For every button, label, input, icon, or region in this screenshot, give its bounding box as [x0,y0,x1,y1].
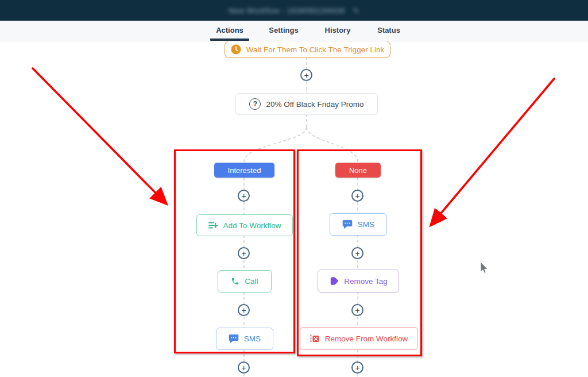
add-action-button[interactable]: + [238,361,250,374]
tab-settings[interactable]: Settings [269,26,298,34]
sms-icon [342,220,353,229]
add-action-button[interactable]: + [351,190,363,202]
node-label: Wait For Them To Click The Trigger Link [246,45,384,54]
sms-icon [229,334,239,344]
node-label: Remove From Workflow [325,334,408,343]
node-add-to-workflow[interactable]: Add To Workflow [196,214,293,236]
plus-icon: + [304,71,308,79]
add-action-button[interactable]: + [238,247,250,259]
app-header: New Workflow - 1638083194438 ✎ [0,0,588,21]
question-icon: ? [249,98,261,110]
node-label: Add To Workflow [223,221,281,230]
workflow-title-text: New Workflow - 1638083194438 [229,6,345,15]
plus-icon: + [355,306,359,314]
red-arrow-right [432,79,554,224]
tab-bar: Actions Settings History Status [0,21,588,41]
plus-icon: + [241,192,246,200]
tab-history[interactable]: History [325,26,351,34]
workflow-builder-screen: New Workflow - 1638083194438 ✎ Actions S… [0,0,588,377]
node-label: SMS [244,334,261,343]
node-black-friday-promo[interactable]: ? 20% Off Black Friday Promo [235,93,378,115]
node-remove-tag[interactable]: x Remove Tag [318,270,399,293]
plus-icon: + [241,249,246,257]
tab-actions[interactable]: Actions [216,26,243,34]
add-action-button[interactable]: + [238,190,250,202]
phone-icon [231,277,239,286]
node-label: 20% Off Black Friday Promo [266,100,363,109]
node-wait-trigger-link[interactable]: Wait For Them To Click The Trigger Link [225,41,390,58]
mouse-cursor [481,262,488,273]
remove-tag-icon: x [329,276,339,286]
node-label: Call [245,277,258,286]
add-action-button[interactable]: + [351,247,363,259]
remove-from-workflow-icon [310,334,320,343]
annotation-box-left-branch [174,149,295,353]
plus-icon: + [241,306,246,314]
node-sms[interactable]: SMS [330,213,387,236]
svg-text:x: x [331,282,333,286]
node-remove-from-workflow[interactable]: Remove From Workflow [300,327,418,350]
branch-pill-interested[interactable]: Interested [214,163,274,178]
node-label: SMS [358,220,374,229]
add-action-button[interactable]: + [300,69,312,81]
plus-icon: + [355,249,359,257]
plus-icon: + [355,364,359,372]
branch-pill-none[interactable]: None [335,163,381,178]
plus-icon: + [241,364,246,372]
clock-icon [231,44,241,55]
node-sms[interactable]: SMS [216,328,273,350]
red-arrow-left [33,68,165,203]
node-label: Remove Tag [344,277,388,286]
add-to-workflow-icon [208,221,218,229]
workflow-title-blurred: New Workflow - 1638083194438 ✎ [229,6,359,15]
edit-pencil-icon[interactable]: ✎ [353,6,359,15]
active-tab-underline [210,39,249,41]
add-action-button[interactable]: + [351,304,363,316]
add-action-button[interactable]: + [351,361,363,374]
tab-status[interactable]: Status [377,26,400,34]
node-call[interactable]: Call [218,270,272,293]
plus-icon: + [355,192,359,200]
add-action-button[interactable]: + [238,304,250,316]
